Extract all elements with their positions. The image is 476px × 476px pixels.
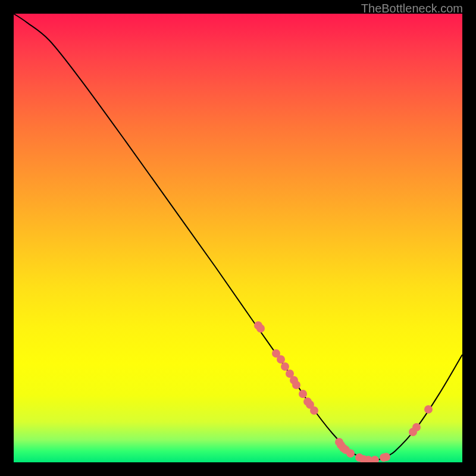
scatter-dot	[310, 406, 318, 415]
scatter-dot	[382, 453, 390, 461]
watermark-text: TheBottleneck.com	[361, 2, 463, 15]
scatter-dot	[277, 355, 285, 364]
scatter-dot	[256, 324, 265, 333]
bottleneck-curve	[14, 14, 462, 461]
scatter-dot	[299, 390, 307, 398]
scatter-dot	[371, 456, 379, 462]
curve-svg	[14, 14, 462, 462]
scatter-dot	[412, 423, 421, 431]
scatter-dot	[346, 449, 355, 458]
scatter-dot	[424, 405, 433, 414]
scatter-dot	[292, 381, 300, 389]
plot-area	[14, 14, 462, 462]
